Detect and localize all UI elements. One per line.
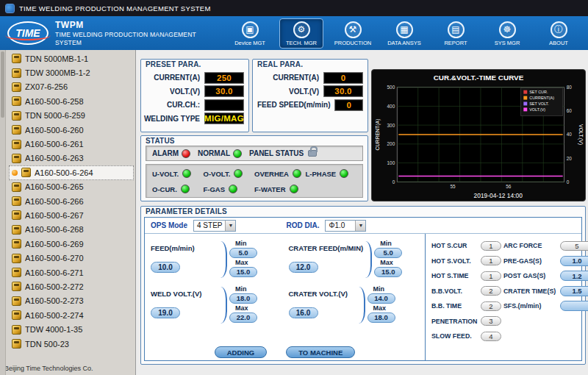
svg-text:300: 300 [387,123,395,128]
device-label: A160-500-6-260 [25,126,84,135]
device-label: A160-500-6-263 [25,154,84,162]
device-item-a160-500-6-269[interactable]: A160-500-6-269 [9,237,134,251]
group-min-value[interactable]: 14.0 [368,293,395,304]
device-item-a160-500-6-258[interactable]: A160-500-6-258 [9,94,134,108]
detail-label: SLOW FEED. [431,332,478,340]
detail-value[interactable]: 4 [481,332,501,341]
detail-value[interactable]: 1.2 [560,271,588,281]
group-min-value[interactable]: 18.0 [229,293,257,304]
group-value[interactable]: 19.0 [151,307,180,318]
detail-label: CRATER TIME(S) [503,288,558,295]
group-min-value[interactable]: 5.0 [374,248,402,258]
device-item-tdn-500-23[interactable]: TDN 500-23 [9,337,134,351]
device-item-tdw-4000-1-35[interactable]: TDW 4000-1-35 [9,322,134,336]
to-machine-button[interactable]: TO MACHINE [286,346,355,358]
device-item-a160-500-6-264[interactable]: A160-500-6-264 [9,165,134,179]
nav-production[interactable]: ⚒PRODUCTION [331,18,375,49]
nav-sys-mgr[interactable]: ☸SYS MGR [485,18,529,49]
device-item-a160-500-6-267[interactable]: A160-500-6-267 [9,208,134,222]
rod-dia-select[interactable]: Φ1.0 ▼ [325,220,366,232]
device-item-zx07-6-256[interactable]: ZX07-6-256 [9,80,134,94]
detail-row-hot-s-cur: HOT S.CUR1ARC FORCE5 [431,238,578,254]
status-f-gas: F-GAS [204,185,255,193]
svg-text:400: 400 [387,104,395,109]
green-led-icon [182,169,191,178]
device-item-tdn-5000-6-259[interactable]: TDN 5000-6-259 [9,109,134,123]
device-item-a160-500-6-266[interactable]: A160-500-6-266 [9,194,134,208]
device-item-tdn-5000mb-1-1[interactable]: TDN 5000MB-1-1 [9,51,134,65]
nav-label: Device MGT [234,40,265,46]
nav-report[interactable]: ▤REPORT [434,18,478,49]
detail-row-hot-s-time: HOT S.TIME1POST GAS(S)1.2 [431,268,578,284]
device-label: A160-500-6-261 [25,140,84,149]
ops-mode-select[interactable]: 4 STEP ▼ [193,220,236,232]
active-dot [12,170,18,176]
device-item-a160-500-6-268[interactable]: A160-500-6-268 [9,223,134,237]
device-item-a160-500-2-272[interactable]: A160-500-2-272 [9,279,134,293]
detail-value[interactable]: 2 [481,286,501,296]
svg-text:CURRENT(A): CURRENT(A) [375,119,381,151]
device-item-tdw-3000mb-1-2[interactable]: TDW 3000MB-1-2 [9,65,134,79]
adding-button[interactable]: ADDING [215,346,267,358]
group-min-value[interactable]: 5.0 [229,248,257,258]
detail-row-b-b-time: B.B. TIME2SFS.(m/min) [431,299,578,314]
device-label: A160-500-6-268 [25,225,84,234]
sys-icon: ☸ [499,21,516,38]
detail-value[interactable] [560,301,588,311]
device-item-a160-500-2-274[interactable]: A160-500-2-274 [9,308,134,322]
group-crater-volt-v: CRATER VOLT.(V)16.0Min14.0Max18.0 [289,284,420,324]
detail-value[interactable]: 3 [481,316,501,326]
group-crater-feed-m-min: CRATER FEED(m/MIN)12.0Min5.0Max15.0 [289,238,420,278]
device-item-a160-500-6-261[interactable]: A160-500-6-261 [9,137,134,151]
device-item-a160-500-6-265[interactable]: A160-500-6-265 [9,180,134,194]
detail-value[interactable]: 1 [481,241,501,251]
nav-label: DATA ANSYS [387,40,421,46]
detail-value[interactable]: 1.0 [560,256,588,266]
group-max-value[interactable]: 15.0 [374,267,402,277]
device-icon [12,339,21,349]
device-item-a160-500-6-260[interactable]: A160-500-6-260 [9,123,134,137]
nav-data-ansys[interactable]: ▦DATA ANSYS [382,18,426,49]
sidebar-scrollbar[interactable] [0,50,6,375]
scrollbar-thumb[interactable] [1,51,4,118]
device-icon [12,82,21,92]
nav-device-mgt[interactable]: ▣Device MGT [228,18,272,49]
group-max-value[interactable]: 15.0 [229,267,257,277]
value-label: CURRENT(A) [154,74,200,82]
gear-icon: ⚙ [293,21,310,38]
green-led-icon [181,185,190,193]
detail-value[interactable]: 1 [481,256,501,265]
group-value[interactable]: 12.0 [289,262,318,273]
group-label: WELD VOLT.(V) [151,290,201,298]
app-abbr: TWPM [55,20,209,31]
svg-text:CURRENT(A): CURRENT(A) [529,96,554,100]
detail-value[interactable]: 1.5 [560,286,588,296]
preset-para-title: PRESET PARA. [146,60,201,68]
device-list: TDN 5000MB-1-1TDW 3000MB-1-2ZX07-6-256A1… [0,50,135,364]
detail-value[interactable]: 1 [481,271,501,281]
nav-tech-mgr[interactable]: ⚙TECH. MGR [279,18,323,49]
device-item-a160-500-6-270[interactable]: A160-500-6-270 [9,251,134,265]
group-max-value[interactable]: 22.0 [229,312,257,323]
nav-about[interactable]: ⓘABOUT [537,18,581,49]
detail-value[interactable]: 5 [560,241,588,251]
ops-mode-value: 4 STEP [194,221,225,229]
device-item-a160-500-6-263[interactable]: A160-500-6-263 [9,151,134,165]
nav-label: ABOUT [549,40,568,46]
detail-label: HOT S.VOLT. [431,257,478,265]
device-item-a160-500-2-273[interactable]: A160-500-2-273 [9,294,134,308]
detail-value[interactable]: 2 [481,301,501,311]
device-label: A160-500-2-273 [25,296,84,305]
svg-text:SET CUR.: SET CUR. [529,90,548,94]
group-label: CRATER FEED(m/MIN) [289,244,364,252]
device-item-a160-500-6-271[interactable]: A160-500-6-271 [9,265,134,279]
group-max-value[interactable]: 18.0 [368,312,395,323]
detail-row-slow-feed: SLOW FEED.4 [431,329,578,344]
param-groups: FEED(m/min)10.0Min5.0Max15.0CRATER FEED(… [149,237,420,325]
max-label: Max [235,259,248,266]
normal-label: NORMAL [198,149,230,157]
svg-text:20: 20 [567,156,573,161]
group-value[interactable]: 10.0 [151,262,180,273]
device-label: TDN 5000-6-259 [25,111,85,120]
group-value[interactable]: 16.0 [289,307,318,318]
